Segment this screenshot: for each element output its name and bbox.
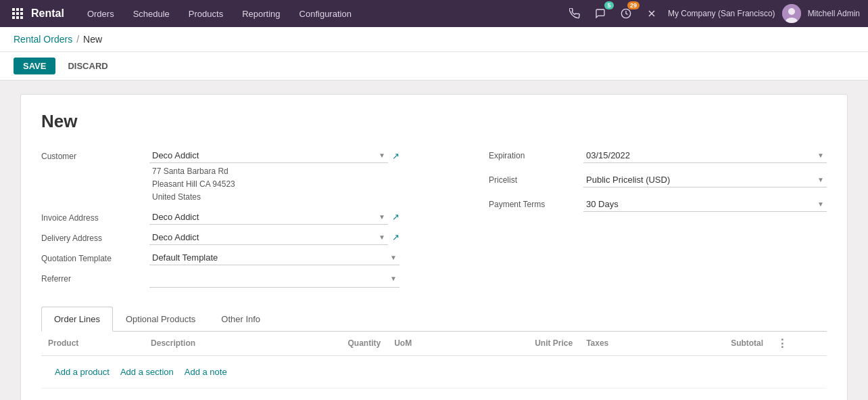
delivery-select-wrapper: Deco Addict ▼ ↗ — [149, 230, 400, 245]
delivery-address-select[interactable]: Deco Addict ▼ — [149, 230, 388, 245]
delivery-external-link[interactable]: ↗ — [392, 232, 400, 242]
company-name[interactable]: My Company (San Francisco) — [668, 9, 775, 18]
table-header-row: Product Description Quantity UoM Unit Pr… — [41, 332, 827, 356]
phone-icon[interactable] — [565, 4, 584, 23]
expiration-arrow: ▼ — [817, 152, 824, 159]
invoice-select-wrapper: Deco Addict ▼ ↗ — [149, 210, 400, 225]
col-uom: UoM — [387, 332, 460, 356]
quotation-template-arrow: ▼ — [390, 254, 397, 261]
quotation-template-field: Default Template ▼ — [149, 250, 400, 265]
delivery-address-row: Delivery Address Deco Addict ▼ ↗ — [41, 230, 462, 245]
expiration-value: 03/15/2022 — [586, 150, 817, 160]
form-columns: Customer Deco Addict ▼ ↗ 77 Santa Barbar… — [41, 148, 827, 293]
customer-external-link[interactable]: ↗ — [392, 151, 400, 161]
invoice-address-row: Invoice Address Deco Addict ▼ ↗ — [41, 210, 462, 225]
invoice-external-link[interactable]: ↗ — [392, 212, 400, 222]
order-lines-panel: Product Description Quantity UoM Unit Pr… — [41, 332, 827, 388]
customer-address: 77 Santa Barbara Rd Pleasant Hill CA 945… — [149, 165, 400, 204]
invoice-address-text: Deco Addict — [152, 212, 379, 222]
tab-order-lines[interactable]: Order Lines — [41, 307, 113, 332]
nav-schedule[interactable]: Schedule — [124, 0, 179, 27]
form-card: New Customer Deco Addict ▼ ↗ — [20, 94, 848, 400]
main-content: New Customer Deco Addict ▼ ↗ — [0, 81, 868, 400]
messages-icon[interactable]: 5 — [591, 4, 610, 23]
quotation-template-select[interactable]: Default Template ▼ — [149, 250, 400, 265]
action-bar: SAVE DISCARD — [0, 52, 868, 81]
form-right-column: Expiration 03/15/2022 ▼ Pricelist Public… — [489, 148, 827, 221]
col-description: Description — [144, 332, 279, 356]
close-icon[interactable] — [642, 4, 661, 23]
nav-orders[interactable]: Orders — [78, 0, 124, 27]
col-product: Product — [41, 332, 144, 356]
messages-badge: 5 — [604, 1, 614, 9]
user-name[interactable]: Mitchell Admin — [808, 9, 860, 18]
quotation-template-row: Quotation Template Default Template ▼ — [41, 250, 462, 265]
delivery-dropdown-arrow: ▼ — [379, 234, 385, 241]
svg-rect-8 — [20, 16, 23, 19]
discard-button[interactable]: DISCARD — [61, 58, 114, 74]
nav-configuration[interactable]: Configuration — [290, 0, 361, 27]
customer-select[interactable]: Deco Addict ▼ — [149, 148, 388, 163]
form-title: New — [41, 111, 827, 132]
activity-badge: 29 — [627, 1, 640, 9]
table-options-icon[interactable]: ⋮ — [777, 338, 788, 349]
top-navigation: Rental Orders Schedule Products Reportin… — [0, 0, 868, 27]
customer-select-wrapper: Deco Addict ▼ ↗ — [149, 148, 400, 163]
form-left-column: Customer Deco Addict ▼ ↗ 77 Santa Barbar… — [41, 148, 462, 293]
payment-terms-row: Payment Terms 30 Days ▼ — [489, 197, 827, 212]
tabs-bar: Order Lines Optional Products Other Info — [41, 307, 827, 332]
table-actions: Add a product Add a section Add a note — [48, 361, 820, 382]
customer-select-text: Deco Addict — [152, 150, 379, 160]
pricelist-row: Pricelist Public Pricelist (USD) ▼ — [489, 173, 827, 187]
customer-label: Customer — [41, 148, 149, 161]
col-taxes: Taxes — [579, 332, 663, 356]
pricelist-label: Pricelist — [489, 175, 583, 185]
invoice-address-select[interactable]: Deco Addict ▼ — [149, 210, 388, 225]
add-product-link[interactable]: Add a product — [55, 367, 110, 377]
referrer-select[interactable]: ▼ — [149, 271, 400, 288]
invoice-dropdown-arrow: ▼ — [379, 213, 385, 221]
add-note-link[interactable]: Add a note — [185, 367, 227, 377]
invoice-address-label: Invoice Address — [41, 210, 149, 223]
pricelist-select[interactable]: Public Pricelist (USD) ▼ — [583, 173, 827, 187]
col-subtotal: Subtotal — [663, 332, 770, 356]
user-avatar[interactable] — [782, 4, 801, 23]
svg-rect-5 — [20, 12, 23, 15]
referrer-label: Referrer — [41, 271, 149, 284]
customer-dropdown-arrow: ▼ — [379, 152, 385, 159]
app-brand[interactable]: Rental — [31, 7, 64, 20]
svg-rect-2 — [20, 8, 23, 11]
delivery-address-label: Delivery Address — [41, 230, 149, 243]
referrer-arrow: ▼ — [390, 275, 397, 282]
invoice-address-field: Deco Addict ▼ ↗ — [149, 210, 400, 225]
tab-optional-products[interactable]: Optional Products — [113, 307, 208, 332]
svg-rect-4 — [16, 12, 19, 15]
grid-menu-icon[interactable] — [8, 4, 27, 23]
delivery-address-text: Deco Addict — [152, 232, 379, 242]
order-table: Product Description Quantity UoM Unit Pr… — [41, 332, 827, 388]
referrer-text — [152, 273, 387, 285]
address-line2: Pleasant Hill CA 94523 — [152, 178, 400, 191]
svg-rect-6 — [12, 16, 15, 19]
svg-point-13 — [788, 8, 795, 15]
customer-row: Customer Deco Addict ▼ ↗ 77 Santa Barbar… — [41, 148, 462, 204]
nav-menu: Orders Schedule Products Reporting Confi… — [78, 0, 565, 27]
svg-rect-3 — [12, 12, 15, 15]
pricelist-arrow: ▼ — [817, 176, 824, 183]
delivery-address-field: Deco Addict ▼ ↗ — [149, 230, 400, 245]
tab-other-info[interactable]: Other Info — [208, 307, 273, 332]
table-actions-cell: Add a product Add a section Add a note — [41, 355, 827, 388]
save-button[interactable]: SAVE — [14, 58, 55, 74]
breadcrumb-parent[interactable]: Rental Orders — [14, 34, 72, 45]
expiration-row: Expiration 03/15/2022 ▼ — [489, 148, 827, 163]
activity-icon[interactable]: 29 — [617, 4, 635, 23]
table-actions-row: Add a product Add a section Add a note — [41, 355, 827, 388]
svg-rect-7 — [16, 16, 19, 19]
breadcrumb: Rental Orders / New — [0, 27, 868, 52]
payment-terms-select[interactable]: 30 Days ▼ — [583, 197, 827, 212]
add-section-link[interactable]: Add a section — [120, 367, 174, 377]
nav-products[interactable]: Products — [179, 0, 233, 27]
expiration-select[interactable]: 03/15/2022 ▼ — [583, 148, 827, 163]
nav-reporting[interactable]: Reporting — [233, 0, 289, 27]
referrer-row: Referrer ▼ — [41, 271, 462, 288]
